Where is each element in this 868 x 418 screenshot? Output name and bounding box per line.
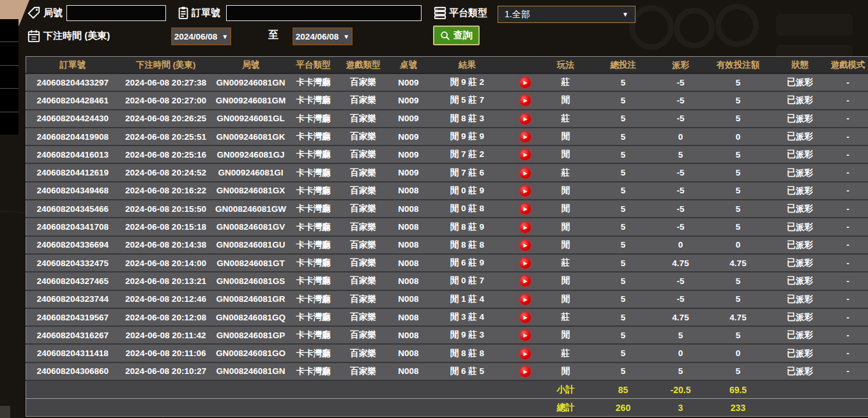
col-replay	[506, 57, 545, 74]
play-video-button[interactable]: ▶	[520, 240, 531, 251]
calendar-icon	[27, 29, 41, 43]
cell-game-mode: -	[826, 110, 868, 128]
cell-payout: 0	[660, 128, 702, 146]
sidebar-menu-item[interactable]	[0, 66, 19, 88]
cell-total-bet: 5	[587, 344, 660, 362]
search-button[interactable]: 查詢	[433, 26, 480, 45]
date-from-select[interactable]: 2024/06/08 ▼	[171, 27, 231, 45]
sidebar-menu-item[interactable]	[0, 112, 19, 135]
subtotal-status-spacer	[775, 380, 826, 399]
cell-total-bet: 5	[587, 163, 660, 181]
cell-valid-bet: 0	[702, 344, 775, 362]
table-row: 2406082044332972024-06-08 20:27:38GN0092…	[26, 73, 868, 91]
cell-platform: 卡卡灣廳	[289, 254, 338, 272]
play-video-button[interactable]: ▶	[520, 95, 531, 106]
cell-valid-bet: 4.75	[702, 254, 775, 272]
cell-result: 閒 5 莊 7	[429, 91, 506, 109]
play-video-button[interactable]: ▶	[520, 348, 531, 359]
cell-game-type: 百家樂	[338, 163, 389, 181]
subtotal-total-bet: 85	[587, 380, 660, 399]
date-to-select[interactable]: 2024/06/08 ▼	[293, 27, 353, 45]
play-video-button[interactable]: ▶	[520, 312, 531, 323]
play-video-button[interactable]: ▶	[520, 276, 531, 287]
cell-valid-bet: 5	[702, 290, 775, 308]
cell-bet-type: 閒	[545, 236, 587, 254]
play-video-button[interactable]: ▶	[520, 131, 531, 142]
cell-result: 閒 0 莊 8	[429, 200, 506, 218]
cell-game-mode: -	[826, 146, 868, 163]
cell-bet-time: 2024-06-08 20:11:06	[119, 344, 213, 362]
table-row: 2406082044126192024-06-08 20:24:52GN0092…	[26, 163, 868, 181]
play-video-button[interactable]: ▶	[520, 330, 531, 341]
cell-bet-type: 閒	[545, 326, 587, 344]
cell-status: 已派彩	[775, 128, 826, 146]
cell-replay: ▶	[506, 73, 545, 91]
cell-replay: ▶	[506, 146, 545, 163]
play-video-button[interactable]: ▶	[520, 222, 531, 233]
cell-replay: ▶	[506, 128, 545, 146]
play-video-button[interactable]: ▶	[520, 168, 531, 179]
cell-total-bet: 5	[587, 326, 660, 344]
platform-type-value: 1.全部	[505, 9, 530, 20]
cell-payout: 0	[660, 344, 702, 362]
table-body: 2406082044332972024-06-08 20:27:38GN0092…	[26, 73, 868, 380]
cell-result: 閒 6 莊 9	[429, 254, 506, 272]
cell-game-mode: -	[826, 308, 868, 326]
play-video-button[interactable]: ▶	[520, 294, 531, 305]
order-input[interactable]	[226, 5, 422, 21]
cell-result: 閒 9 莊 9	[429, 128, 506, 146]
cell-payout: -5	[660, 73, 702, 91]
sidebar-menu-item[interactable]	[0, 89, 19, 111]
play-video-button[interactable]: ▶	[520, 77, 531, 88]
cell-bet-type: 閒	[545, 182, 587, 200]
cell-bet-time: 2024-06-08 20:11:42	[119, 326, 213, 344]
play-video-button[interactable]: ▶	[520, 149, 531, 160]
cell-result: 閒 1 莊 4	[429, 290, 506, 308]
cell-game-mode: -	[826, 73, 868, 91]
collapsed-sidebar-menu	[0, 19, 19, 135]
cell-platform: 卡卡灣廳	[289, 200, 338, 218]
table-row: 2406082044244302024-06-08 20:26:25GN0092…	[26, 110, 868, 128]
sidebar-menu-item[interactable]	[0, 42, 19, 64]
sidebar-menu-item[interactable]	[0, 19, 19, 41]
bets-table: 訂單號 下注時間 (美東) 局號 平台類型 遊戲類型 桌號 結果 玩法 總投注 …	[26, 56, 868, 417]
cell-bet-time: 2024-06-08 20:27:00	[119, 91, 213, 109]
chevron-down-icon: ▼	[222, 33, 228, 40]
cell-valid-bet: 5	[702, 272, 775, 290]
cell-total-bet: 5	[587, 91, 660, 109]
cell-payout: 5	[660, 146, 702, 163]
cell-platform: 卡卡灣廳	[289, 308, 338, 326]
cell-table-no: N009	[389, 128, 429, 146]
cell-table-no: N008	[389, 182, 429, 200]
col-table-no: 桌號	[389, 57, 429, 74]
cell-table-no: N008	[389, 200, 429, 218]
platform-type-select[interactable]: 1.全部 ▼	[498, 6, 636, 23]
play-video-button[interactable]: ▶	[520, 366, 531, 377]
grand-total-label: 總計	[545, 399, 587, 417]
cell-order: 240608204319567	[26, 308, 119, 326]
cell-round: GN008246081GR	[213, 290, 289, 308]
subtotal-row: 小計 85 -20.5 69.5	[26, 380, 868, 399]
cell-bet-time: 2024-06-08 20:14:38	[119, 236, 213, 254]
cell-game-mode: -	[826, 91, 868, 109]
play-video-button[interactable]: ▶	[520, 204, 531, 214]
cell-payout: 5	[660, 326, 702, 344]
background-watermark	[629, 5, 674, 50]
cell-game-type: 百家樂	[338, 362, 389, 380]
cell-order: 240608204327465	[26, 272, 119, 290]
chevron-down-icon: ▼	[622, 11, 628, 18]
play-video-button[interactable]: ▶	[520, 186, 531, 197]
background-watermark	[715, 4, 759, 47]
cell-status: 已派彩	[775, 362, 826, 380]
play-video-button[interactable]: ▶	[520, 258, 531, 269]
cell-game-mode: -	[826, 272, 868, 290]
table-row: 2406082043454662024-06-08 20:15:50GN0082…	[26, 200, 868, 218]
search-button-label: 查詢	[453, 29, 473, 41]
play-video-button[interactable]: ▶	[520, 114, 531, 124]
cell-valid-bet: 5	[702, 326, 775, 344]
round-input[interactable]	[66, 5, 166, 21]
cell-round: GN008246081GX	[213, 182, 289, 200]
background-watermark	[776, 14, 853, 36]
cell-total-bet: 5	[587, 308, 660, 326]
cell-bet-type: 莊	[545, 73, 587, 91]
